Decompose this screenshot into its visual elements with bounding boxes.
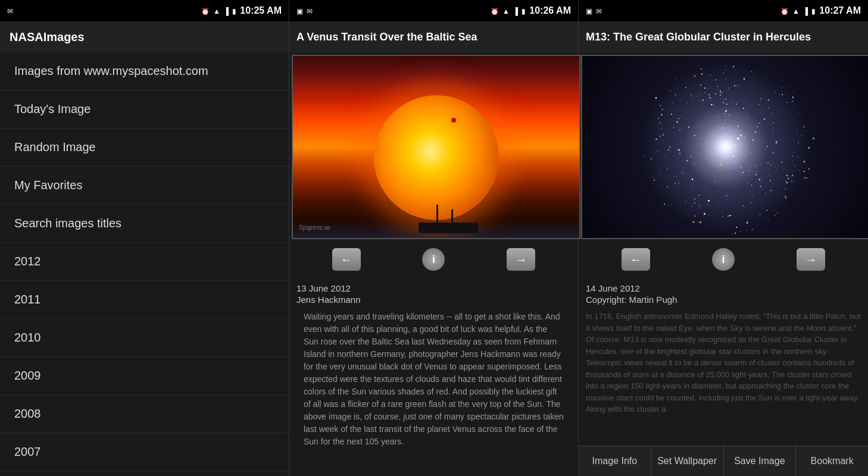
wifi-icon-3	[792, 6, 800, 15]
star-particle	[714, 105, 716, 107]
star-particle	[785, 188, 786, 189]
star-particle	[775, 173, 776, 174]
star-particle	[697, 223, 698, 223]
hercules-info-button[interactable]: i	[712, 248, 735, 271]
star-particle	[743, 205, 744, 206]
star-particle	[694, 199, 695, 200]
star-particle	[678, 181, 679, 182]
venus-info-button[interactable]: i	[422, 248, 445, 271]
star-particle	[764, 80, 765, 80]
star-particle	[723, 72, 724, 73]
star-particle	[700, 84, 701, 86]
nav-item-year-2008[interactable]: 2008	[0, 395, 289, 433]
star-particle	[775, 91, 776, 92]
hercules-forward-button[interactable]: →	[797, 248, 825, 271]
status-bar-2: 10:26 AM	[289, 0, 578, 21]
star-particle	[661, 114, 662, 115]
nav-item-year-2011[interactable]: 2011	[0, 281, 289, 319]
set-wallpaper-button[interactable]: Set Wallpaper	[651, 446, 724, 476]
nav-item-year-2009[interactable]: 2009	[0, 357, 289, 395]
star-particle	[804, 126, 805, 127]
star-particle	[766, 210, 767, 211]
star-particle	[745, 138, 745, 139]
star-particle	[771, 142, 772, 143]
battery-icon-2	[522, 6, 526, 15]
venus-back-button[interactable]: ←	[332, 248, 361, 271]
star-particle	[791, 181, 792, 182]
status-time-2: 10:26 AM	[529, 5, 571, 16]
bookmark-button[interactable]: Bookmark	[796, 446, 868, 476]
nav-item-year-2012[interactable]: 2012	[0, 243, 289, 281]
status-time-1: 10:25 AM	[240, 5, 282, 16]
star-particle	[735, 145, 736, 146]
nav-item-my-favorites[interactable]: My Favorites	[0, 167, 289, 205]
star-particle	[684, 128, 685, 129]
star-particle	[755, 131, 756, 133]
star-particle	[804, 171, 805, 172]
star-particle	[720, 95, 721, 96]
photo-icon-2	[296, 6, 303, 15]
star-particle	[673, 127, 674, 128]
star-particle	[700, 221, 701, 223]
image-info-button[interactable]: Image Info	[579, 446, 651, 476]
star-particle	[660, 173, 660, 173]
star-particle	[725, 79, 726, 79]
star-particle	[747, 118, 748, 118]
star-particle	[763, 189, 763, 190]
nav-item-year-2007[interactable]: 2007	[0, 433, 289, 471]
star-particle	[700, 94, 700, 95]
star-particle	[729, 215, 730, 216]
star-particle	[794, 165, 795, 166]
star-particle	[735, 233, 736, 234]
star-particle	[734, 85, 735, 86]
star-particle	[708, 88, 708, 89]
star-particle	[808, 168, 809, 169]
hercules-title-text: M13: The Great Globular Cluster in Hercu…	[586, 31, 811, 43]
star-particle	[722, 211, 723, 212]
star-particle	[710, 98, 711, 99]
star-particle	[720, 164, 722, 166]
star-particle	[770, 190, 772, 191]
nav-item-random-image[interactable]: Random Image	[0, 129, 289, 167]
save-image-button[interactable]: Save Image	[724, 446, 797, 476]
star-particle	[808, 147, 810, 148]
star-particle	[744, 78, 745, 79]
star-particle	[768, 99, 769, 101]
clock-icon-1	[201, 6, 210, 15]
star-particle	[694, 76, 695, 76]
nav-item-search-images[interactable]: Search images titles	[0, 205, 289, 243]
star-particle	[777, 212, 778, 214]
venus-author: Jens Hackmann	[296, 295, 571, 305]
star-particle	[710, 74, 711, 76]
venus-meta: 13 June 2012 Jens Hackmann	[289, 277, 578, 311]
status-left-1	[7, 6, 13, 15]
star-particle	[789, 141, 790, 142]
star-particle	[683, 174, 683, 175]
nav-item-todays-image[interactable]: Today's Image	[0, 90, 289, 129]
hercules-back-button[interactable]: ←	[622, 248, 650, 271]
star-particle	[731, 234, 732, 235]
nav-item-year-2006[interactable]: 2006	[0, 471, 289, 476]
star-particle	[765, 193, 766, 193]
star-particle	[657, 151, 658, 152]
star-particle	[692, 178, 693, 180]
star-particle	[792, 92, 794, 93]
star-particle	[741, 167, 742, 168]
star-particle	[746, 230, 747, 230]
star-particle	[786, 102, 788, 104]
star-particle	[681, 143, 682, 143]
navigation-menu: Images from www.myspaceshot.comToday's I…	[0, 52, 289, 476]
watermark: Sjogrens.se	[299, 224, 330, 231]
star-particle	[683, 142, 684, 142]
venus-forward-button[interactable]: →	[507, 248, 535, 271]
star-particle	[733, 66, 734, 67]
wifi-icon-1	[213, 6, 220, 15]
nav-item-year-2010[interactable]: 2010	[0, 319, 289, 357]
nav-item-myspaceshot[interactable]: Images from www.myspaceshot.com	[0, 52, 289, 90]
star-particle	[775, 215, 775, 215]
star-particle	[779, 95, 780, 95]
star-particle	[786, 175, 788, 176]
venus-planet-dot	[451, 118, 456, 123]
star-particle	[669, 146, 670, 148]
star-particle	[722, 222, 723, 223]
